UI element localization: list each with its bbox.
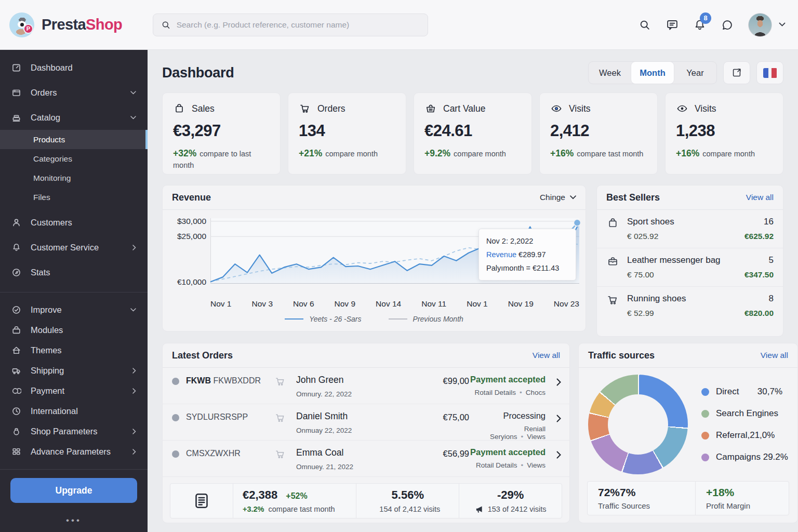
tooltip-revenue-value: €289.97	[518, 250, 546, 259]
sidebar-item-modules[interactable]: Modules	[0, 320, 148, 340]
sidebar-item-international[interactable]: International	[0, 401, 148, 421]
sidebar-item-stats[interactable]: Stats	[0, 260, 148, 285]
sidebar-subitem-categories[interactable]: Categories	[0, 149, 148, 168]
sidebar-item-shipping[interactable]: Shipping	[0, 361, 148, 381]
order-link[interactable]: Rotail Details	[474, 389, 516, 396]
revenue-range-dropdown[interactable]: Chinge	[540, 193, 576, 202]
sidebar-divider	[0, 469, 148, 470]
dropdown-label: Chinge	[540, 193, 565, 202]
chevron-right-icon[interactable]	[556, 415, 561, 422]
sidebar-item-customer-service[interactable]: Customer Service	[0, 235, 148, 260]
customer-name: Emma Coal	[296, 447, 343, 458]
legend-dot	[701, 432, 709, 440]
search-input[interactable]	[177, 20, 420, 30]
globe-clock-icon	[11, 406, 22, 416]
sidebar-more-dots[interactable]: •••	[0, 515, 148, 526]
quick-search-icon[interactable]	[638, 18, 651, 32]
customer-name: John Green	[296, 375, 343, 385]
sidebar-subitem-products[interactable]: Products	[0, 130, 148, 149]
order-row[interactable]: FKWB FKWBXDDR John GreenOmnury. 22, 2022…	[163, 368, 569, 404]
separator: •	[520, 389, 522, 396]
chevron-right-icon	[132, 245, 136, 250]
app-logo[interactable]: P PrestaShop	[0, 12, 148, 37]
export-button[interactable]	[723, 61, 750, 84]
sidebar-item-customers[interactable]: Customers	[0, 210, 148, 235]
profit-margin-stat: +18% Profit Margin	[695, 482, 789, 515]
chevron-down-icon[interactable]	[779, 22, 786, 27]
sidebar-item-label: Monitoring	[33, 174, 71, 183]
product-name: Leather messenger bag	[627, 255, 721, 265]
order-row[interactable]: CMSXZWXHR Emma CoalOmnuey. 21, 2022 €56,…	[163, 441, 569, 477]
notifications-bell-icon[interactable]: 8	[693, 18, 707, 32]
sidebar-item-shop-parameters[interactable]: Shop Parameters	[0, 421, 148, 442]
best-sellers-view-all-link[interactable]: View all	[746, 193, 774, 202]
best-seller-row[interactable]: Running shoes€ 52.99 8€820.00	[597, 287, 783, 325]
orders-stats-footer: €2,388+52% +3.2%compare tast month 5.56%…	[170, 483, 562, 518]
order-status-dot	[172, 378, 179, 385]
best-seller-row[interactable]: Sport shoes€ 025.92 16€625.92	[597, 210, 783, 248]
legend-dot	[701, 410, 709, 418]
latest-orders-view-all-link[interactable]: View all	[533, 351, 560, 360]
x-axis-tick: Nov 9	[335, 299, 356, 309]
sidebar-subitem-monitoring[interactable]: Monitoring	[0, 168, 148, 188]
kpi-title: Visits	[695, 103, 716, 114]
sidebar-item-dashboard[interactable]: Dashboard	[0, 55, 148, 80]
order-row[interactable]: SYDLURSRSPP Daniel SmithOnmuay 22, 2022 …	[163, 404, 569, 441]
tooltip-date: Nov 2: 2,2022	[486, 234, 568, 248]
chevron-right-icon[interactable]	[556, 451, 561, 459]
chart-legend: Yeets - 26 -Sars Previous Month	[163, 315, 586, 323]
megaphone-icon	[475, 506, 484, 513]
sidebar-item-advance-parameters[interactable]: Advance Parameters	[0, 442, 148, 462]
sidebar-item-themes[interactable]: Themes	[0, 340, 148, 361]
order-reference: CMSXZWXHR	[186, 447, 274, 458]
order-link[interactable]: Chocs	[526, 389, 546, 396]
product-total: €625.92	[744, 232, 774, 241]
tab-week[interactable]: Week	[589, 62, 631, 84]
legend-value: 30,7%	[757, 387, 782, 397]
order-link[interactable]: Views	[527, 461, 546, 469]
legend-dot	[701, 388, 709, 396]
sidebar-subitem-files[interactable]: Files	[0, 188, 148, 207]
chat-icon[interactable]	[721, 18, 734, 32]
chevron-right-icon[interactable]	[556, 378, 561, 386]
revenue-chart: $30,000 $25,000 €10,000	[163, 210, 586, 297]
report-icon-cell	[170, 484, 233, 518]
order-link[interactable]: Views	[527, 433, 546, 441]
person-icon	[11, 218, 22, 228]
tooltip-revenue-label: Revenue	[486, 250, 516, 259]
tab-year[interactable]: Year	[674, 62, 716, 84]
upgrade-button[interactable]: Upgrade	[10, 478, 137, 503]
legend-label: Previous Month	[413, 315, 463, 323]
order-status: Payment accepted	[469, 447, 546, 457]
kpi-note: compare month	[454, 150, 506, 158]
kpi-value: €3,297	[173, 122, 270, 140]
sidebar-item-label: Shop Parameters	[31, 427, 97, 436]
user-avatar[interactable]	[748, 13, 772, 37]
traffic-view-all-link[interactable]: View all	[761, 351, 788, 360]
sidebar-item-payment[interactable]: Payment	[0, 381, 148, 401]
sidebar-item-improve[interactable]: Improve	[0, 300, 148, 320]
x-axis-tick: Nov 11	[421, 299, 446, 309]
global-search[interactable]	[153, 14, 428, 36]
page-header: Dashboard Week Month Year	[162, 60, 783, 85]
sidebar-item-catalog[interactable]: Catalog	[0, 105, 148, 130]
main-content: Dashboard Week Month Year Sales €3,297 +…	[148, 50, 798, 532]
stats-icon	[11, 268, 22, 277]
order-date: Omnuey. 21, 2022	[296, 463, 415, 471]
revenue-panel-header: Revenue Chinge	[163, 185, 586, 210]
bag-icon	[606, 217, 619, 230]
x-axis-tick: Nov 19	[508, 299, 534, 309]
stat-value: 72%7%	[598, 486, 685, 499]
sidebar-item-orders[interactable]: Orders	[0, 80, 148, 105]
tab-month[interactable]: Month	[631, 62, 674, 84]
order-link[interactable]: Rotail Details	[476, 461, 517, 469]
best-seller-row[interactable]: Leather messenger bag€ 75.00 5€347.50	[597, 248, 783, 287]
messages-icon[interactable]	[666, 18, 679, 32]
sidebar-item-label: Improve	[31, 305, 62, 315]
stat-note: 153 of 2412 visits	[488, 505, 547, 513]
kpi-value: 2,412	[550, 122, 647, 140]
chevron-down-icon	[130, 308, 136, 312]
product-qty: 16	[744, 217, 774, 227]
language-flag-button[interactable]	[756, 61, 783, 84]
sidebar-item-label: Shipping	[31, 366, 64, 376]
